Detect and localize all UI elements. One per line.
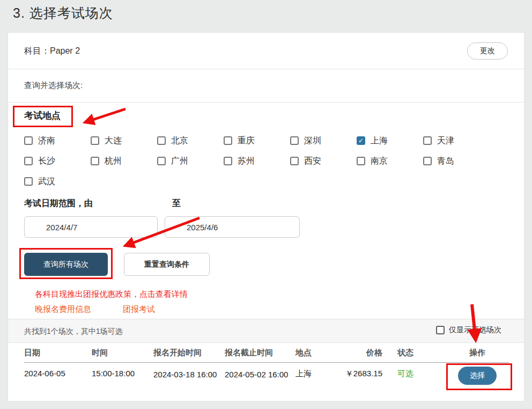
city-checkbox-item[interactable]: 苏州 [224,151,290,171]
city-checkbox-item[interactable]: 西安 [290,151,357,171]
date-to-input[interactable] [165,216,300,238]
cell-time: 15:00-18:00 [92,369,153,378]
cell-reg-start: 2024-03-18 16:00 [153,369,225,380]
column-header-reg-start: 报名开始时间 [153,348,225,358]
query-heading-row: 查询并选择场次: [8,69,524,103]
city-label: 广州 [171,156,188,167]
search-sessions-button[interactable]: 查询所有场次 [24,253,108,276]
date-to-label: 至 [172,198,181,209]
city-checkbox-item[interactable]: 长沙 [24,151,91,171]
cell-price: ￥2683.15 [343,369,382,379]
checkbox-icon[interactable] [24,136,33,145]
status-badge: 可选 [382,369,446,379]
checkbox-icon[interactable] [224,136,232,145]
late-fee-link[interactable]: 晚报名费用信息 [35,304,126,315]
city-checkbox-item[interactable]: 南京 [357,151,423,171]
city-label: 苏州 [238,156,255,167]
city-label: 西安 [304,156,321,167]
city-checkbox-item[interactable]: 北京 [157,130,224,151]
date-range-labels: 考试日期范围，由 至 [24,198,93,209]
only-selectable-label: 仅显示可选场次 [449,325,501,335]
city-checkbox-item[interactable]: ✓上海 [357,130,423,151]
checkbox-icon[interactable] [290,136,299,145]
city-label: 青岛 [437,156,454,167]
city-checkbox-item[interactable]: 杭州 [91,151,157,171]
checkbox-icon[interactable] [24,157,33,165]
cell-reg-end: 2024-05-02 16:00 [225,369,295,380]
checkbox-icon[interactable] [290,157,299,165]
column-header-action: 操作 [446,348,509,358]
checkbox-icon[interactable] [91,157,99,165]
city-checkbox-item[interactable]: 重庆 [224,130,290,151]
city-grid: 济南大连北京重庆深圳✓上海天津长沙杭州广州苏州西安南京青岛武汉 [24,130,512,192]
city-label: 武汉 [38,176,55,187]
city-label: 南京 [371,156,388,167]
session-table: 日期 时间 报名开始时间 报名截止时间 地点 价格 状态 操作 2024-06-… [24,343,509,385]
subject-line: 科目：Paper 2 [24,46,80,57]
table-row: 2024-06-05 15:00-18:00 2024-03-18 16:00 … [24,363,509,385]
reset-filters-button[interactable]: 重置查询条件 [124,253,210,276]
checkbox-icon[interactable] [436,326,445,334]
checkbox-icon[interactable] [423,136,432,145]
cell-location: 上海 [295,369,343,379]
city-label: 杭州 [105,156,122,167]
city-label: 重庆 [238,135,255,147]
city-checkbox-item[interactable]: 大连 [91,130,157,151]
column-header-date: 日期 [24,348,92,358]
column-header-status: 状态 [382,348,446,358]
checkbox-icon[interactable]: ✓ [357,136,365,145]
city-label: 大连 [105,135,122,147]
subject-label: 科目： [24,46,50,55]
query-heading: 查询并选择场次: [24,81,83,91]
city-checkbox-item[interactable]: 青岛 [423,151,490,171]
cell-date: 2024-06-05 [24,369,92,378]
only-selectable-filter[interactable]: 仅显示可选场次 [436,325,501,335]
checkbox-icon[interactable] [224,157,232,165]
column-header-location: 地点 [295,348,343,358]
checkbox-icon[interactable] [157,157,166,165]
column-header-price: 价格 [343,348,382,358]
checkbox-icon[interactable] [157,136,166,145]
city-checkbox-item[interactable]: 济南 [24,130,91,151]
city-checkbox-item[interactable]: 深圳 [290,130,357,151]
checkbox-icon[interactable] [91,136,99,145]
city-checkbox-item[interactable]: 广州 [157,151,224,171]
cell-action: 选择 [446,369,509,385]
city-label: 天津 [437,135,454,147]
results-bar: 共找到1个场次，其中1场可选 仅显示可选场次 [8,319,524,343]
session-selection-card: 科目：Paper 2 更改 查询并选择场次: 考试地点 济南大连北京重庆深圳✓上… [8,32,524,401]
exam-location-label: 考试地点 [24,109,61,122]
date-from-label: 考试日期范围，由 [24,199,93,208]
card-header: 科目：Paper 2 更改 [8,33,524,69]
select-session-button[interactable]: 选择 [458,367,497,385]
table-header-row: 日期 时间 报名开始时间 报名截止时间 地点 价格 状态 操作 [24,343,509,363]
date-from-input[interactable] [24,216,158,238]
city-label: 深圳 [304,135,321,147]
column-header-time: 时间 [92,348,153,358]
city-label: 长沙 [38,156,55,167]
subject-value: Paper 2 [50,46,80,55]
results-summary: 共找到1个场次，其中1场可选 [24,327,123,337]
checkbox-icon[interactable] [24,177,33,186]
city-label: 北京 [171,135,188,147]
checkbox-icon[interactable] [357,157,365,165]
change-button[interactable]: 更改 [467,42,508,60]
city-label: 上海 [371,135,388,147]
group-discount-notice[interactable]: 各科目现推出团报优惠政策，点击查看详情 [35,289,188,300]
city-checkbox-item[interactable]: 天津 [423,130,490,151]
checkbox-icon[interactable] [423,157,432,165]
column-header-reg-end: 报名截止时间 [225,348,295,358]
city-checkbox-item[interactable]: 武汉 [24,171,91,192]
page-title: 3. 选择考试场次 [13,4,113,22]
group-exam-link[interactable]: 团报考试 [123,304,187,315]
city-label: 济南 [38,135,55,147]
